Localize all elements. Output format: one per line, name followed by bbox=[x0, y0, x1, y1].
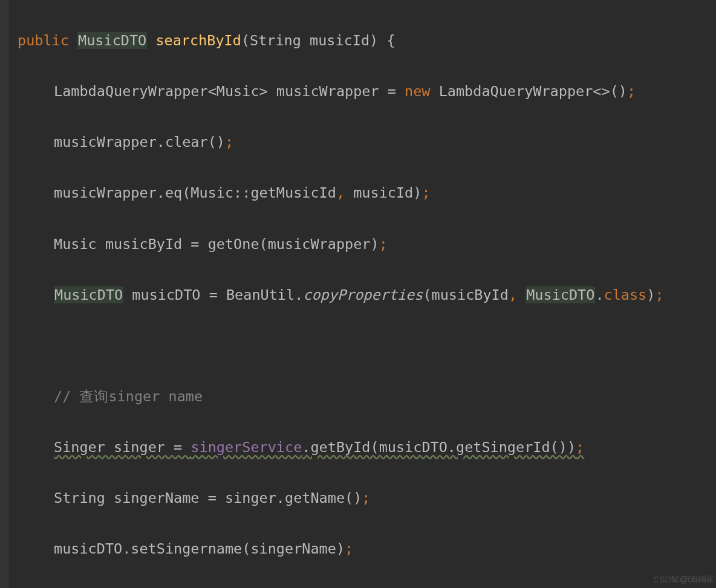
field-singerservice: singerService bbox=[190, 439, 302, 456]
watermark-csdn: CSDN @chirou bbox=[653, 575, 711, 584]
code-line: Singer singer = singerService.getById(mu… bbox=[0, 435, 716, 460]
type-musicdto: MusicDTO bbox=[526, 286, 595, 303]
code-line: MusicDTO musicDTO = BeanUtil.copyPropert… bbox=[0, 282, 716, 308]
gutter bbox=[0, 0, 9, 588]
code-line: public MusicDTO searchById(String musicI… bbox=[0, 28, 716, 53]
code-editor[interactable]: public MusicDTO searchById(String musicI… bbox=[0, 0, 716, 588]
code-line: String singerName = singer.getName(); bbox=[0, 485, 716, 511]
code-line: Music musicById = getOne(musicWrapper); bbox=[0, 231, 716, 257]
keyword-new: new bbox=[405, 83, 430, 100]
type-musicdto: MusicDTO bbox=[54, 286, 123, 303]
code-line: musicWrapper.eq(Music::getMusicId, music… bbox=[0, 180, 716, 205]
static-method: copyProperties bbox=[303, 286, 423, 303]
code-line: musicWrapper.clear(); bbox=[0, 129, 716, 155]
code-line: LambdaQueryWrapper<Music> musicWrapper =… bbox=[0, 79, 716, 104]
return-type: MusicDTO bbox=[77, 32, 147, 49]
code-line: musicDTO.setSingername(singerName); bbox=[0, 536, 716, 561]
keyword-public: public bbox=[18, 32, 69, 49]
method-name: searchById bbox=[155, 32, 241, 49]
comment-line: // 查询singer name bbox=[0, 384, 716, 409]
keyword-class: class bbox=[604, 286, 647, 303]
blank-line bbox=[0, 333, 716, 358]
method-params: (String musicId) { bbox=[241, 32, 395, 49]
